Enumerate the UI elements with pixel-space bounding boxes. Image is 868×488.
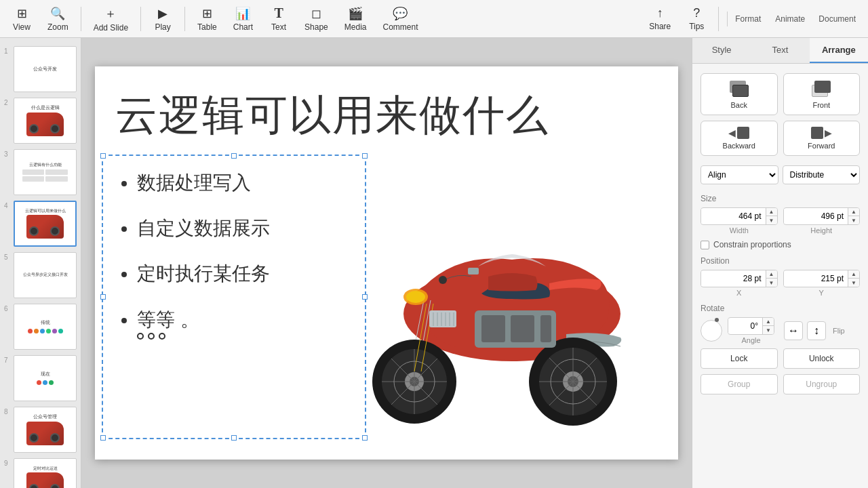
rotate-dial[interactable] <box>701 320 722 342</box>
handle-mid-left[interactable] <box>100 294 106 300</box>
slide-item-2[interactable]: 2 什么是云逻辑 <box>0 95 81 146</box>
width-down-spinner[interactable]: ▼ <box>766 216 777 224</box>
ungroup-button[interactable]: Ungroup <box>783 374 861 394</box>
slide-item-9[interactable]: 9 定时对比运送 <box>0 455 81 488</box>
height-input-wrap: ▲ ▼ <box>783 207 861 225</box>
slide-thumb-3[interactable]: 云逻辑有什么功能 <box>14 149 77 195</box>
toolbar-media[interactable]: 🎬 Media <box>338 3 374 35</box>
toolbar-comment[interactable]: 💬 Comment <box>376 3 425 35</box>
x-input[interactable] <box>701 271 766 286</box>
slide-item-6[interactable]: 6 传统 <box>0 301 81 352</box>
y-input[interactable] <box>784 271 848 286</box>
height-spinners: ▲ ▼ <box>848 208 859 224</box>
flip-h-icon[interactable]: ↔ <box>784 321 803 340</box>
toolbar-tips[interactable]: ? Tips <box>680 3 713 34</box>
divider-4 <box>718 7 719 31</box>
distribute-select[interactable]: Distribute <box>783 165 861 184</box>
handle-mid-right[interactable] <box>362 294 368 300</box>
toolbar-chart[interactable]: 📊 Chart <box>226 3 260 35</box>
front-button[interactable]: Front <box>783 73 861 115</box>
top-tab-format[interactable]: Format <box>728 12 768 26</box>
slide-thumb-7[interactable]: 现在 <box>14 355 77 401</box>
constrain-checkbox[interactable] <box>701 241 709 249</box>
unlock-button[interactable]: Unlock <box>783 348 861 369</box>
toolbar-play[interactable]: ▶ Play <box>146 3 179 35</box>
toolbar-table[interactable]: ⊞ Table <box>191 3 224 35</box>
toolbar-share[interactable]: ↑ Share <box>642 3 677 34</box>
toolbar-comment-label: Comment <box>382 22 418 32</box>
main-area: 1 公众号开发 2 什么是云逻辑 3 云逻辑有什么功能 <box>0 38 868 488</box>
handle-top-mid[interactable] <box>231 153 237 159</box>
slide-thumb-2[interactable]: 什么是云逻辑 <box>14 98 77 144</box>
slide-thumb-5[interactable]: 公众号异步定义接口开发 <box>14 252 77 298</box>
comment-icon: 💬 <box>393 6 408 21</box>
slide-item-8[interactable]: 8 公众号管理 <box>0 404 81 455</box>
tab-text[interactable]: Text <box>751 38 809 63</box>
handle-bot-mid[interactable] <box>231 435 237 441</box>
top-tab-animate[interactable]: Animate <box>768 12 812 26</box>
slide-item-1[interactable]: 1 公众号开发 <box>0 43 81 95</box>
handle-bot-left[interactable] <box>100 435 106 441</box>
height-input[interactable] <box>784 209 848 224</box>
y-up-spinner[interactable]: ▲ <box>848 270 859 279</box>
toolbar-add-slide-label: Add Slide <box>94 23 128 33</box>
content-text-box[interactable]: 数据处理写入 自定义数据展示 定时执行某任务 等等 。 <box>102 155 366 439</box>
align-select[interactable]: Align <box>701 165 778 184</box>
toolbar-shape[interactable]: ◻ Shape <box>298 3 335 35</box>
y-down-spinner[interactable]: ▼ <box>848 279 859 287</box>
forward-button[interactable]: ▶ Forward <box>783 121 861 156</box>
toolbar-zoom[interactable]: 🔍 Zoom <box>41 3 75 35</box>
handle-top-left[interactable] <box>100 153 106 159</box>
handle-top-right[interactable] <box>362 153 368 159</box>
slide-item-3[interactable]: 3 云逻辑有什么功能 <box>0 146 81 198</box>
height-up-spinner[interactable]: ▲ <box>848 208 859 216</box>
toolbar-tips-label: Tips <box>689 22 704 31</box>
flip-horizontal-btn[interactable]: ↔ <box>784 321 803 340</box>
slide-9-title: 定时对比运送 <box>33 466 58 471</box>
width-up-spinner[interactable]: ▲ <box>766 208 777 216</box>
lock-row: Lock Unlock <box>701 348 860 369</box>
tab-arrange[interactable]: Arrange <box>810 38 868 63</box>
width-input[interactable] <box>701 209 766 224</box>
x-down-spinner[interactable]: ▼ <box>766 279 777 287</box>
toolbar-text[interactable]: T Text <box>262 3 295 35</box>
slide-1-title: 公众号开发 <box>33 66 57 72</box>
x-up-spinner[interactable]: ▲ <box>766 270 777 279</box>
toolbar-view[interactable]: ⊞ View <box>5 3 38 35</box>
slide-item-7[interactable]: 7 现在 <box>0 352 81 404</box>
play-icon: ▶ <box>158 6 167 21</box>
slide-number-5: 5 <box>4 253 14 261</box>
lock-button[interactable]: Lock <box>701 348 778 369</box>
toolbar-add-slide[interactable]: ＋ Add Slide <box>87 3 135 35</box>
bullet-item-3: 定时执行某任务 <box>137 260 351 287</box>
slide-thumb-6[interactable]: 传统 <box>14 304 77 350</box>
handle-bot-right[interactable] <box>362 435 368 441</box>
toolbar-table-label: Table <box>197 22 217 32</box>
backward-button[interactable]: ◀ Backward <box>701 121 778 156</box>
top-tab-document[interactable]: Document <box>812 12 863 26</box>
bullet-list: 数据处理写入 自定义数据展示 定时执行某任务 等等 。 <box>123 169 351 340</box>
y-spinners: ▲ ▼ <box>848 270 859 287</box>
x-label: X <box>701 289 778 297</box>
slide-number-1: 1 <box>4 47 14 55</box>
tab-style[interactable]: Style <box>692 38 751 63</box>
slide-thumb-9[interactable]: 定时对比运送 <box>14 458 77 488</box>
height-down-spinner[interactable]: ▼ <box>848 216 859 224</box>
canvas-area[interactable]: 云逻辑可以用来做什么 <box>81 38 692 488</box>
slide-thumb-4[interactable]: 云逻辑可以用来做什么 <box>14 201 77 247</box>
x-input-wrap: ▲ ▼ <box>701 270 778 287</box>
toolbar-view-label: View <box>13 22 31 32</box>
slide-thumb-8[interactable]: 公众号管理 <box>14 407 77 453</box>
slide-item-5[interactable]: 5 公众号异步定义接口开发 <box>0 249 81 301</box>
flip-vertical-btn[interactable]: ↕ <box>807 321 826 340</box>
back-button[interactable]: Back <box>701 73 778 115</box>
angle-up-spinner[interactable]: ▲ <box>763 318 774 326</box>
slide-7-dots <box>37 380 54 385</box>
angle-input[interactable] <box>728 319 762 333</box>
angle-down-spinner[interactable]: ▼ <box>763 326 774 334</box>
group-button[interactable]: Group <box>701 374 778 394</box>
slide-item-4[interactable]: 4 云逻辑可以用来做什么 <box>0 198 81 249</box>
height-label: Height <box>783 226 861 235</box>
slide-thumb-1[interactable]: 公众号开发 <box>14 46 77 92</box>
flip-v-icon[interactable]: ↕ <box>807 321 826 340</box>
